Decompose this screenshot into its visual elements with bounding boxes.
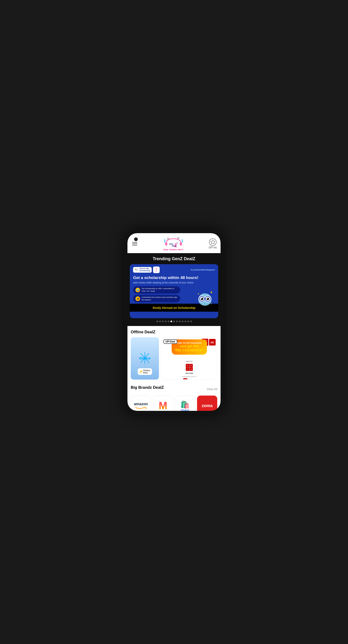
upi-with-text: with the xyxy=(186,360,193,362)
card-sub-title: save money while studying at the univers… xyxy=(130,281,218,286)
cta-text: Study Abroad on Scholarship xyxy=(153,306,195,310)
amazon-arrow xyxy=(135,406,147,409)
svg-text:★: ★ xyxy=(210,290,213,294)
svg-rect-1 xyxy=(180,242,182,246)
gpt-label: GPT-4o xyxy=(209,246,217,249)
carousel-dots xyxy=(127,320,221,322)
upi-cashback-amount: and get flat ₹30 CASHBACK* xyxy=(175,344,204,352)
dot-9[interactable] xyxy=(179,320,181,322)
feature-item-2: 🎓 Guaranteed fee waivers and exclusive a… xyxy=(133,295,180,302)
svg-text:★: ★ xyxy=(197,292,199,295)
phone-inner: Gen Deal Z .ai Deal Chahta Hai?! xyxy=(127,233,221,411)
offline-title: Offline DealZ xyxy=(131,330,217,334)
choice-finx-badge: 🔑 Choice FinX xyxy=(138,368,152,375)
phone-frame: Gen Deal Z .ai Deal Chahta Hai?! xyxy=(125,230,223,414)
big-brandz-title: Big Brandz DealZ xyxy=(131,385,164,390)
dot-8[interactable] xyxy=(176,320,178,322)
scholarship-brand: 🕊️ Secure MyScholarship GZ xyxy=(133,266,160,273)
gpt-logo-icon xyxy=(209,238,217,246)
svg-text:✦: ✦ xyxy=(210,303,212,305)
dot-10[interactable] xyxy=(182,320,183,322)
upi-deal-card[interactable]: UPI Deal a b c d xyxy=(161,337,217,380)
carousel-container[interactable]: 🕊️ Secure MyScholarship GZ #LessFeesMore… xyxy=(127,264,221,318)
gpt-badge: GPT-4o xyxy=(209,238,217,249)
dot-11[interactable] xyxy=(185,320,186,322)
card-main-title: Get a scholarship within 48 hours! xyxy=(130,274,218,281)
offline-cards-row: Choice 🔑 Choice FinX UPI Deal xyxy=(131,337,217,380)
myntra-logo: M xyxy=(159,400,167,411)
app-header: Gen Deal Z .ai Deal Chahta Hai?! xyxy=(127,233,221,253)
trending-card[interactable]: 🕊️ Secure MyScholarship GZ #LessFeesMore… xyxy=(130,264,218,318)
app-logo: Gen Deal Z .ai Deal Chahta Hai?! xyxy=(163,236,184,251)
svg-point-22 xyxy=(207,298,208,299)
abcd-logo-2: AB xyxy=(209,339,216,346)
dot-4[interactable] xyxy=(165,320,166,322)
feature-text-2: Guaranteed fee waivers and exclusive app… xyxy=(142,296,178,301)
choice-card[interactable]: Choice 🔑 Choice FinX xyxy=(131,337,159,380)
dot-1[interactable] xyxy=(156,320,158,322)
logo-tagline: Deal Chahta Hai?! xyxy=(163,248,184,251)
brand-card-zomato[interactable]: zoma xyxy=(197,396,217,411)
brand-logo-securemy: 🕊️ Secure MyScholarship xyxy=(133,267,152,273)
svg-text:Z: Z xyxy=(174,243,177,248)
feature-icon-1: 🌍 xyxy=(135,288,140,292)
screen[interactable]: Gen Deal Z .ai Deal Chahta Hai?! xyxy=(127,233,221,411)
svg-rect-0 xyxy=(165,242,167,246)
dot-2[interactable] xyxy=(159,320,161,322)
dot-3[interactable] xyxy=(162,320,164,322)
feature-item-1: 🌍 Get scholarships to 400+ universities … xyxy=(133,286,180,294)
flipkart-text: Flipkart xyxy=(181,409,189,411)
feature-icon-2: 🎓 xyxy=(135,296,140,301)
brand-card-amazon[interactable]: amazon xyxy=(131,396,151,411)
svg-marker-13 xyxy=(210,240,215,244)
logo-svg: Gen Deal Z .ai xyxy=(164,236,183,249)
brand-cards-row: amazon M xyxy=(131,396,217,411)
upi-make-text: Make 1st UPI transaction xyxy=(175,342,204,344)
svg-marker-32 xyxy=(145,407,147,409)
upi-download-text: Download and Pay via xyxy=(182,376,196,377)
brand-card-myntra[interactable]: M xyxy=(153,396,173,411)
zomato-logo-text: zoma xyxy=(202,403,213,408)
menu-button[interactable] xyxy=(131,241,138,246)
dot-5[interactable] xyxy=(168,320,169,322)
brand-name: Secure MyScholarship xyxy=(139,268,150,272)
flipkart-logo: 🛍️ Flipkart xyxy=(180,400,190,411)
front-camera xyxy=(134,238,138,241)
card-header: 🕊️ Secure MyScholarship GZ #LessFeesMore… xyxy=(130,264,218,274)
upi-app-name: abcd App xyxy=(186,372,193,374)
choice-finx-text: Choice FinX xyxy=(143,369,150,374)
feature-text-1: Get scholarships to 400+ universities in… xyxy=(142,288,178,292)
dot-13[interactable] xyxy=(190,320,192,322)
svg-text:.ai: .ai xyxy=(176,242,178,244)
big-brandz-header: Big Brandz DealZ View All xyxy=(131,385,217,393)
trending-title: Trending GenZ DealZ xyxy=(127,256,221,261)
card-mascot: ★ ★ ✦ xyxy=(195,289,215,309)
big-brandz-section: Big Brandz DealZ View All amazon xyxy=(127,382,221,411)
flipkart-bag-icon: 🛍️ xyxy=(180,400,190,409)
brand-logo-box: GZ xyxy=(153,266,160,273)
dot-7[interactable] xyxy=(173,320,175,322)
big-brandz-view-all[interactable]: View All xyxy=(207,387,217,391)
upi-pay-via: abcd App xyxy=(188,379,195,380)
dot-6[interactable] xyxy=(170,320,172,322)
amazon-logo-text: amazon xyxy=(134,402,148,406)
svg-rect-23 xyxy=(204,298,206,300)
svg-text:AB: AB xyxy=(210,341,214,344)
upi-badge: UPI Deal xyxy=(163,340,177,344)
trending-section: Trending GenZ DealZ 🕊️ Secure MyScholars… xyxy=(127,253,221,326)
dot-12[interactable] xyxy=(187,320,189,322)
upi-app-logo: with the a b c d abcd App Download and P… xyxy=(182,358,196,380)
offline-section: Offline DealZ xyxy=(127,326,221,382)
svg-point-18 xyxy=(201,298,202,299)
card-hashtag: #LessFeesMoreDegrees xyxy=(191,269,215,271)
brand-card-flipkart[interactable]: 🛍️ Flipkart xyxy=(175,396,195,411)
